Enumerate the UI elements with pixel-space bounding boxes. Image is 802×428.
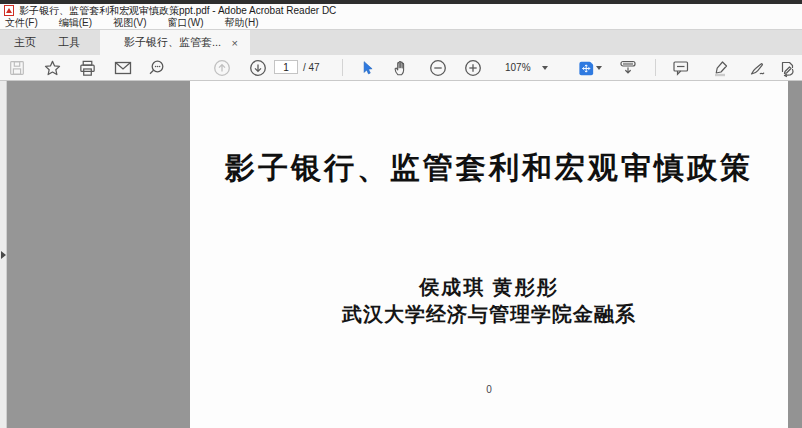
print-icon[interactable] bbox=[77, 58, 97, 78]
zoom-in-icon[interactable] bbox=[463, 58, 483, 78]
favorite-star-icon[interactable] bbox=[42, 58, 62, 78]
acrobat-logo-triangle bbox=[6, 8, 12, 13]
navigation-pane-strip[interactable] bbox=[0, 81, 7, 428]
slide-affiliation: 武汉大学经济与管理学院金融系 bbox=[190, 301, 788, 328]
page-number-input[interactable] bbox=[274, 60, 298, 74]
tab-home[interactable]: 主页 bbox=[6, 30, 44, 55]
page-display-mode-icon[interactable] bbox=[576, 58, 596, 78]
toolbar-divider bbox=[342, 59, 343, 76]
menu-file[interactable]: 文件(F) bbox=[5, 16, 45, 30]
tab-bar: 主页 工具 影子银行、监管套... × bbox=[0, 29, 802, 55]
tab-tools[interactable]: 工具 bbox=[50, 30, 88, 55]
slide-authors: 侯成琪 黄彤彤 bbox=[190, 274, 788, 301]
save-icon[interactable] bbox=[7, 58, 27, 78]
toolbar-pane-icon[interactable] bbox=[618, 58, 638, 78]
document-viewport: 影子银行、监管套利和宏观审慎政策 侯成琪 黄彤彤 武汉大学经济与管理学院金融系 … bbox=[0, 81, 802, 428]
toolbar: / 47 107% bbox=[0, 55, 802, 81]
zoom-out-icon[interactable] bbox=[428, 58, 448, 78]
hand-tool-icon[interactable] bbox=[391, 58, 411, 78]
share-icon[interactable] bbox=[777, 58, 797, 78]
toolbar-divider bbox=[655, 59, 656, 76]
page-total-label: / 47 bbox=[303, 62, 320, 73]
menu-window[interactable]: 窗口(W) bbox=[167, 16, 210, 30]
acrobat-reader-window: 影子银行、监管套利和宏观审慎政策ppt.pdf - Adobe Acrobat … bbox=[0, 0, 802, 428]
previous-page-icon[interactable] bbox=[212, 58, 232, 78]
fill-sign-icon[interactable] bbox=[748, 58, 768, 78]
menubar: 文件(F) 编辑(E) 视图(V) 窗口(W) 帮助(H) bbox=[0, 17, 802, 29]
acrobat-app-icon bbox=[4, 5, 14, 16]
pdf-page: 影子银行、监管套利和宏观审慎政策 侯成琪 黄彤彤 武汉大学经济与管理学院金融系 … bbox=[190, 81, 788, 428]
highlight-icon[interactable] bbox=[711, 58, 731, 78]
menu-view[interactable]: 视图(V) bbox=[113, 16, 153, 30]
vertical-scrollbar[interactable] bbox=[788, 81, 802, 428]
tab-document-active[interactable]: 影子银行、监管套... × bbox=[100, 30, 250, 55]
close-tab-icon[interactable]: × bbox=[230, 37, 240, 49]
zoom-chevron-down-icon[interactable] bbox=[542, 66, 548, 70]
tab-document-label: 影子银行、监管套... bbox=[124, 35, 221, 50]
search-zoom-icon[interactable] bbox=[147, 58, 167, 78]
page-display-chevron-down-icon[interactable] bbox=[596, 66, 602, 70]
slide-title: 影子银行、监管套利和宏观审慎政策 bbox=[190, 148, 788, 189]
expand-nav-pane-icon[interactable] bbox=[1, 251, 6, 259]
email-icon[interactable] bbox=[113, 58, 133, 78]
menu-edit[interactable]: 编辑(E) bbox=[59, 16, 99, 30]
menu-help[interactable]: 帮助(H) bbox=[225, 16, 266, 30]
next-page-icon[interactable] bbox=[248, 58, 268, 78]
comment-icon[interactable] bbox=[671, 58, 691, 78]
select-tool-icon[interactable] bbox=[356, 58, 376, 78]
slide-page-number: 0 bbox=[190, 384, 788, 395]
zoom-level-label[interactable]: 107% bbox=[505, 62, 531, 73]
